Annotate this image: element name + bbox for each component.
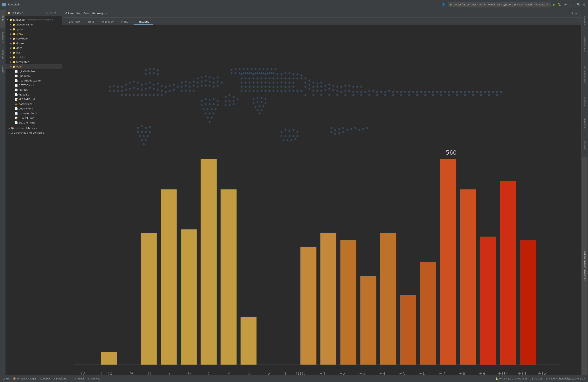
panel-dropdown[interactable]: ▾ — [22, 12, 23, 14]
svg-point-172 — [232, 100, 234, 102]
user-label: zhanglei <zhanglei@apache.org> — [546, 377, 585, 380]
user-icon[interactable]: 👤 — [441, 3, 445, 6]
tree-item-scratches[interactable]: ▶ ⊞ Scratches and Consoles — [5, 130, 62, 135]
x-label-minus7: -7 — [167, 371, 171, 375]
svg-point-109 — [241, 77, 242, 80]
bottom-python-version[interactable]: 🐍 Python 3.11 (langchain) — [495, 377, 527, 380]
bottom-python-packages[interactable]: 📦 Python Packages — [13, 377, 36, 380]
panel-icon1[interactable]: ◫ — [46, 11, 48, 14]
right-tab-endpoints[interactable]: Endpoints — [582, 92, 588, 111]
tab-hour[interactable]: Hour — [84, 19, 98, 25]
svg-point-14 — [177, 85, 178, 88]
tree-item-readme[interactable]: 📝 README.md — [5, 116, 62, 120]
svg-point-193 — [145, 73, 147, 75]
bar-minus8 — [141, 233, 157, 365]
run-btn[interactable]: ▶ — [553, 2, 556, 7]
x-label-plus2: +2 — [339, 371, 346, 375]
svg-point-362 — [256, 109, 258, 111]
settings-btn[interactable]: ⚙ — [583, 3, 586, 6]
tree-item-readthedocs[interactable]: 📄 .readthedocs.yaml — [5, 78, 62, 83]
svg-point-294 — [496, 91, 498, 93]
ga-settings-icon[interactable]: ⚙ — [571, 12, 574, 15]
svg-point-154 — [284, 129, 286, 131]
tree-item-license[interactable]: 📄 LICENSE — [5, 87, 62, 92]
svg-point-106 — [293, 73, 294, 75]
tree-item-migrate[interactable]: 📝 MIGRATE.md — [5, 97, 62, 102]
panel-close[interactable]: − — [58, 11, 60, 14]
tree-item-citation[interactable]: 📄 CITATION.cff — [5, 83, 62, 87]
panel-icon3[interactable]: ⚙ — [54, 11, 56, 14]
svg-point-125 — [241, 82, 242, 84]
bottom-branch[interactable]: ⎇ master — [530, 377, 542, 380]
tree-item-libs[interactable]: ▶ 📁 libs — [5, 50, 62, 55]
right-tab-python-console[interactable]: Python Console — [582, 32, 588, 57]
right-tab-database[interactable]: Database — [582, 136, 588, 155]
tree-item-templates[interactable]: ▶ 📁 templates — [5, 60, 62, 64]
run-config-selector[interactable]: ▶ pytest for test_recursive_url_loader.t… — [448, 2, 550, 7]
svg-point-89 — [212, 112, 214, 115]
svg-point-137 — [289, 82, 291, 84]
bottom-services[interactable]: ⚙ Services — [87, 377, 100, 380]
tree-item-pyproject[interactable]: 📄 pyproject.toml — [5, 111, 62, 116]
project-tab[interactable]: Project — [0, 10, 5, 28]
tree-item-poetry-toml[interactable]: 📄 poetry.toml — [5, 106, 62, 111]
right-tab-plantuml[interactable]: PlantUML — [582, 11, 588, 30]
tree-item-devcontainer[interactable]: ▶ 📁 .devcontainer — [5, 22, 62, 27]
bottom-problems[interactable]: ⚠ Problems — [53, 377, 67, 380]
ga-minimize-icon[interactable]: − — [575, 12, 578, 15]
tree-item-github[interactable]: ▶ 📁 .github — [5, 27, 62, 32]
panel-icon2[interactable]: ≡ — [50, 11, 52, 14]
tree-item-cookbook[interactable]: ▶ 📁 cookbook — [5, 36, 62, 41]
commit-tab[interactable]: Commit — [0, 63, 5, 76]
devcontainer-arrow: ▶ — [10, 23, 12, 26]
tabs-bar: Overview Hour Weekday Month Timezone — [62, 18, 581, 25]
tree-item-docs[interactable]: ▶ 📁 docs — [5, 45, 62, 50]
tree-item-docker[interactable]: ▶ 📁 docker — [5, 41, 62, 45]
right-tab-ai[interactable]: AI Assistant — [582, 113, 588, 134]
svg-point-118 — [276, 77, 278, 80]
svg-point-153 — [280, 131, 282, 133]
bottom-git[interactable]: ⎇ Git — [3, 377, 10, 380]
tree-root[interactable]: ▼ 📁 langchain ~/Work/github/langchain — [5, 17, 62, 22]
tree-item-venv-dot[interactable]: ▶ 📁 .venv — [5, 32, 62, 36]
bottom-terminal[interactable]: ⬛ Terminal — [70, 377, 84, 380]
bottom-todo[interactable]: ☑ TODO — [40, 377, 50, 380]
tree-item-gitattributes[interactable]: 📄 .gitattributes — [5, 69, 62, 74]
tree-item-makefile[interactable]: 📄 Makefile — [5, 92, 62, 97]
svg-point-250 — [320, 90, 322, 92]
svg-point-321 — [330, 127, 332, 129]
bookmarks-tab[interactable]: Bookmarks — [0, 29, 5, 46]
svg-point-0 — [121, 85, 123, 88]
structure-tab[interactable]: Structure — [0, 47, 5, 62]
tab-overview[interactable]: Overview — [65, 19, 84, 25]
svg-point-265 — [380, 91, 382, 93]
svg-point-234 — [316, 85, 318, 88]
svg-point-168 — [229, 94, 231, 96]
tab-weekday[interactable]: Weekday — [99, 19, 117, 25]
tree-item-external-libs[interactable]: ▶ 📚 External Libraries — [5, 126, 62, 130]
app-container: J langchain 👤 ▶ pytest for test_recursiv… — [0, 0, 588, 382]
tab-timezone[interactable]: Timezone — [134, 19, 153, 25]
svg-point-42 — [145, 127, 147, 129]
svg-point-364 — [259, 112, 261, 115]
svg-point-157 — [296, 131, 298, 133]
coverage-btn[interactable]: ⦿ — [564, 3, 567, 6]
search-btn[interactable]: 🔍 — [577, 3, 581, 6]
tab-month[interactable]: Month — [118, 19, 133, 25]
right-tab-git-commits[interactable]: Git Assistant Commits Insights — [582, 157, 588, 375]
x-label-plus10: +10 — [498, 371, 507, 375]
more-run-btn[interactable]: ⋮ — [569, 3, 572, 6]
debug-btn[interactable]: 🐛 — [558, 3, 562, 6]
tree-item-poetry-lock[interactable]: 🔒 poetry.lock — [5, 102, 62, 106]
svg-point-230 — [320, 82, 322, 84]
security-icon: 📄 — [15, 121, 18, 124]
svg-point-281 — [444, 91, 446, 93]
tree-item-gitignore[interactable]: 📄 .gitignore — [5, 74, 62, 78]
right-tab-copilot[interactable]: GitHub Copilot Chat — [582, 59, 588, 90]
svg-point-94 — [245, 72, 247, 74]
svg-point-299 — [328, 94, 330, 96]
svg-point-121 — [289, 77, 291, 80]
tree-item-scripts[interactable]: ▶ 📁 scripts — [5, 55, 62, 60]
tree-item-security[interactable]: 📄 SECURITY.md — [5, 120, 62, 125]
tree-item-venv[interactable]: ▼ 📁 venv — [5, 64, 62, 69]
